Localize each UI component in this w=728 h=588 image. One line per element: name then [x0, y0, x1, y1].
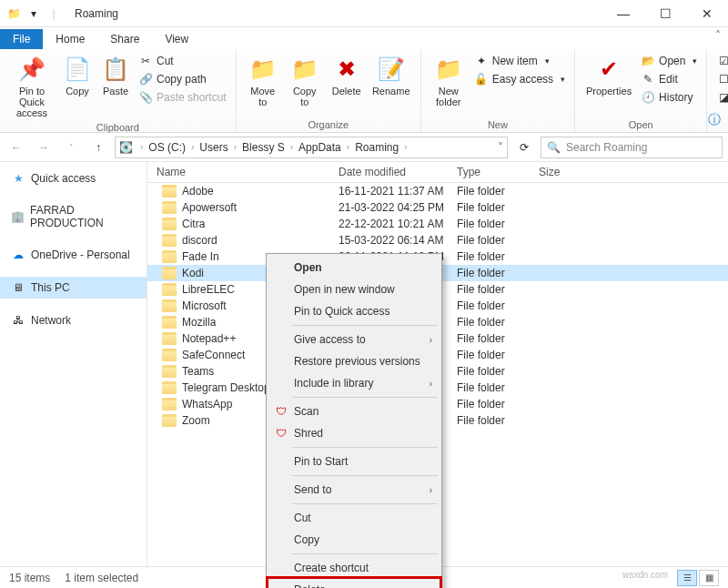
ctx-pin-start[interactable]: Pin to Start — [268, 451, 440, 472]
window-title: Roaming — [67, 7, 602, 20]
ctx-restore-versions[interactable]: Restore previous versions — [268, 350, 440, 372]
tab-share[interactable]: Share — [97, 29, 152, 49]
copy-icon: 📄 — [63, 55, 92, 84]
quick-access-toolbar: 📁 ▾ | — [0, 5, 67, 22]
rename-icon: 📝 — [377, 55, 406, 84]
back-button[interactable]: ← — [5, 137, 27, 158]
invert-selection-button[interactable]: ◪Invert selection — [714, 89, 728, 106]
file-name: Telegram Desktop — [182, 381, 270, 394]
open-button[interactable]: 📂Open▾ — [639, 53, 699, 69]
delete-button[interactable]: ✖Delete — [328, 53, 366, 98]
dropdown-icon[interactable]: ▾ — [25, 5, 42, 22]
sidebar-item-onedrive[interactable]: ☁OneDrive - Personal — [0, 244, 147, 266]
view-details-button[interactable]: ☰ — [677, 570, 697, 586]
ctx-shred[interactable]: 🛡Shred — [268, 422, 440, 444]
help-button[interactable]: ⓘ — [708, 112, 721, 128]
new-item-icon: ✦ — [474, 54, 489, 68]
copy-to-button[interactable]: 📁Copy to — [286, 53, 324, 109]
file-type: File folder — [457, 283, 539, 296]
sidebar-item-network[interactable]: 🖧Network — [0, 309, 147, 331]
ribbon-group-new: 📁New folder ✦New item▾ 🔓Easy access▾ New — [421, 49, 575, 132]
ctx-cut[interactable]: Cut — [268, 507, 440, 529]
collapse-ribbon-button[interactable]: ˄ — [715, 29, 721, 42]
ctx-create-shortcut[interactable]: Create shortcut — [268, 557, 440, 579]
file-row[interactable]: Apowersoft21-03-2022 04:25 PMFile folder — [147, 199, 728, 216]
ctx-open[interactable]: Open — [268, 257, 440, 279]
move-to-button[interactable]: 📁Move to — [244, 53, 282, 109]
tab-file[interactable]: File — [0, 29, 43, 49]
folder-move-icon: 📁 — [248, 55, 278, 84]
paste-shortcut-button[interactable]: 📎Paste shortcut — [136, 89, 228, 106]
ctx-copy[interactable]: Copy — [268, 529, 440, 551]
ctx-include-library[interactable]: Include in library› — [268, 372, 440, 394]
file-row[interactable]: discord15-03-2022 06:14 AMFile folder — [147, 232, 728, 248]
tab-home[interactable]: Home — [43, 29, 97, 49]
easy-access-button[interactable]: 🔓Easy access▾ — [472, 71, 567, 87]
refresh-button[interactable]: ⟳ — [513, 137, 535, 158]
column-type[interactable]: Type — [457, 166, 539, 178]
breadcrumb-item[interactable]: Users — [197, 139, 229, 156]
ctx-delete[interactable]: Delete — [268, 579, 440, 588]
maximize-button[interactable]: ☐ — [644, 0, 686, 27]
dropdown-icon[interactable]: ˅ — [498, 141, 503, 154]
ctx-send-to[interactable]: Send to› — [268, 479, 440, 501]
breadcrumb-item[interactable]: AppData — [297, 139, 343, 156]
column-date[interactable]: Date modified — [339, 166, 457, 178]
ctx-give-access[interactable]: Give access to› — [268, 329, 440, 350]
new-item-button[interactable]: ✦New item▾ — [472, 53, 567, 69]
submenu-arrow-icon: › — [430, 485, 432, 495]
select-none-button[interactable]: ☐Select none — [714, 71, 728, 87]
cut-button[interactable]: ✂Cut — [136, 53, 228, 69]
file-type: File folder — [457, 299, 539, 312]
view-thumbnails-button[interactable]: ▦ — [699, 570, 719, 586]
close-button[interactable]: ✕ — [686, 0, 728, 27]
search-input[interactable]: 🔍 Search Roaming — [541, 137, 723, 158]
ribbon-tabs: File Home Share View — [0, 27, 728, 49]
file-date: 15-03-2022 06:14 AM — [339, 234, 457, 247]
column-size[interactable]: Size — [539, 166, 593, 178]
breadcrumb-item[interactable]: Roaming — [353, 139, 400, 156]
folder-icon — [162, 185, 177, 198]
breadcrumb-item[interactable]: OS (C:) — [147, 139, 187, 156]
file-date: 21-03-2022 04:25 PM — [339, 201, 457, 214]
star-icon: ★ — [11, 171, 25, 186]
file-type: File folder — [457, 365, 539, 378]
group-label: Open — [582, 117, 699, 130]
rename-button[interactable]: 📝Rename — [369, 53, 413, 98]
folder-copy-icon: 📁 — [290, 55, 319, 84]
new-folder-button[interactable]: 📁New folder — [429, 53, 469, 109]
up-button[interactable]: ↑ — [87, 137, 109, 158]
history-button[interactable]: 🕘History — [639, 89, 699, 106]
paste-button[interactable]: 📋 Paste — [98, 53, 133, 98]
minimize-button[interactable]: — — [602, 0, 644, 27]
separator — [292, 503, 438, 504]
ribbon: 📌 Pin to Quick access 📄 Copy 📋 Paste ✂Cu… — [0, 49, 728, 133]
edit-icon: ✎ — [641, 72, 655, 86]
sidebar-item-quick-access[interactable]: ★Quick access — [0, 167, 147, 189]
file-row[interactable]: Citra22-12-2021 10:21 AMFile folder — [147, 216, 728, 232]
edit-button[interactable]: ✎Edit — [639, 71, 699, 87]
properties-button[interactable]: ✔Properties — [582, 53, 635, 98]
copy-button[interactable]: 📄 Copy — [60, 53, 95, 98]
select-all-button[interactable]: ☑Select all — [714, 53, 728, 69]
folder-icon — [162, 234, 177, 247]
separator — [292, 397, 438, 398]
open-icon: 📂 — [641, 54, 655, 68]
forward-button[interactable]: → — [33, 137, 55, 158]
tab-view[interactable]: View — [152, 29, 201, 49]
column-name[interactable]: Name — [147, 166, 339, 178]
separator — [292, 325, 438, 326]
sidebar-item-this-pc[interactable]: 🖥This PC — [0, 277, 147, 299]
file-row[interactable]: Adobe16-11-2021 11:37 AMFile folder — [147, 183, 728, 199]
copy-path-button[interactable]: 🔗Copy path — [136, 71, 228, 87]
ctx-open-new-window[interactable]: Open in new window — [268, 279, 440, 300]
sidebar-item-farrad[interactable]: 🏢FARRAD PRODUCTION — [0, 200, 147, 233]
file-name: WhatsApp — [182, 398, 232, 411]
breadcrumb-item[interactable]: Blessy S — [240, 139, 287, 156]
folder-icon — [162, 398, 177, 411]
breadcrumb[interactable]: 💽 › OS (C:)› Users› Blessy S› AppData› R… — [115, 137, 508, 158]
recent-locations-button[interactable]: ˅ — [60, 137, 82, 158]
ctx-scan[interactable]: 🛡Scan — [268, 400, 440, 422]
pin-to-quick-access-button[interactable]: 📌 Pin to Quick access — [7, 53, 56, 120]
ctx-pin-quick-access[interactable]: Pin to Quick access — [268, 300, 440, 322]
